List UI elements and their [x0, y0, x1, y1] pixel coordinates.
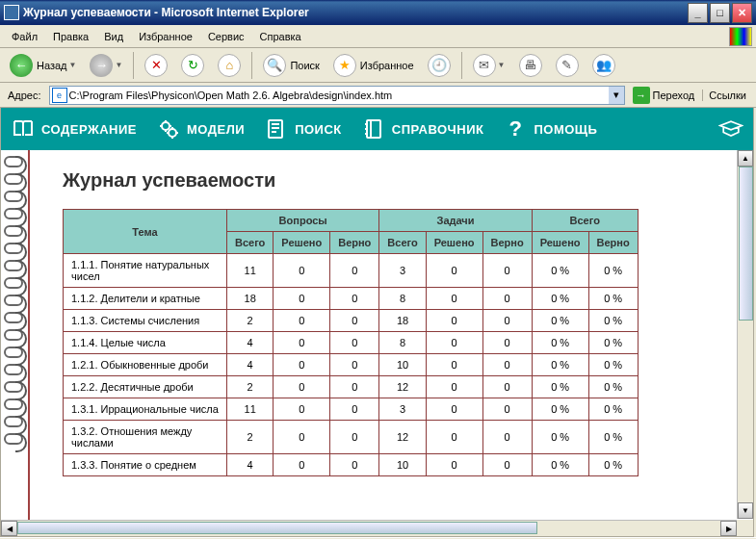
- cell-q-correct: 0: [330, 421, 379, 454]
- scroll-down-button[interactable]: ▼: [738, 502, 753, 519]
- go-icon: →: [633, 87, 650, 104]
- scroll-left-button[interactable]: ◀: [1, 521, 17, 536]
- nav-contents[interactable]: СОДЕРЖАНИЕ: [11, 116, 137, 141]
- cell-q-solved: 0: [274, 354, 330, 376]
- stop-button[interactable]: ✕: [139, 50, 173, 81]
- print-icon: 🖶: [519, 54, 542, 77]
- scroll-track[interactable]: [17, 521, 720, 536]
- cell-t-correct: 0: [482, 354, 532, 376]
- nav-search[interactable]: ПОИСК: [264, 116, 342, 141]
- page-heading: Журнал успеваемости: [63, 169, 753, 192]
- nav-reference-label: СПРАВОЧНИК: [392, 122, 484, 137]
- cell-q-correct: 0: [330, 398, 379, 421]
- refresh-button[interactable]: ↻: [175, 50, 210, 81]
- search-button[interactable]: 🔍 Поиск: [257, 50, 325, 81]
- edit-button[interactable]: ✎: [550, 50, 585, 81]
- cell-q-solved: 0: [274, 454, 330, 476]
- nav-help-label: ПОМОЩЬ: [534, 122, 597, 137]
- question-icon: ?: [503, 116, 528, 141]
- links-label[interactable]: Ссылки: [702, 90, 752, 101]
- scroll-thumb-h[interactable]: [17, 522, 537, 534]
- history-button[interactable]: 🕘: [422, 50, 456, 81]
- scroll-right-button[interactable]: ▶: [720, 521, 737, 536]
- menu-edit[interactable]: Правка: [45, 29, 96, 44]
- col-t-all: Всего: [379, 232, 426, 254]
- svg-point-0: [162, 122, 169, 130]
- horizontal-scrollbar[interactable]: ◀ ▶: [1, 520, 737, 536]
- cell-tot-correct: 0 %: [588, 421, 638, 454]
- address-dropdown-icon[interactable]: ▾: [609, 87, 624, 104]
- back-button[interactable]: ← Назад ▼: [4, 50, 82, 81]
- cell-t-solved: 0: [426, 454, 482, 476]
- menu-view[interactable]: Вид: [96, 29, 131, 44]
- cell-q-correct: 0: [330, 454, 379, 476]
- cell-tot-correct: 0 %: [588, 254, 638, 288]
- col-total: Всего: [532, 210, 638, 232]
- cell-t-solved: 0: [426, 354, 482, 376]
- col-tasks: Задачи: [379, 210, 532, 232]
- favorites-button[interactable]: ★ Избранное: [327, 50, 420, 81]
- cell-t-all: 3: [379, 254, 426, 288]
- minimize-button[interactable]: _: [688, 3, 708, 23]
- mail-button[interactable]: ✉▼: [467, 50, 511, 81]
- window-title: Журнал успеваемости - Microsoft Internet…: [23, 6, 686, 19]
- cell-t-all: 12: [379, 376, 426, 398]
- cell-t-correct: 0: [482, 376, 532, 398]
- cell-q-correct: 0: [330, 310, 379, 332]
- page-body: Журнал успеваемости Тема Вопросы Задачи …: [30, 150, 753, 536]
- menu-bar: Файл Правка Вид Избранное Сервис Справка: [0, 25, 756, 48]
- cell-t-solved: 0: [426, 332, 482, 354]
- cell-t-solved: 0: [426, 398, 482, 421]
- cell-q-all: 11: [227, 398, 274, 421]
- history-icon: 🕘: [428, 54, 451, 77]
- cell-q-all: 11: [227, 254, 274, 288]
- cell-t-solved: 0: [426, 376, 482, 398]
- cell-t-all: 18: [379, 310, 426, 332]
- notebook-icon: [361, 116, 386, 141]
- nav-logo[interactable]: [718, 116, 743, 141]
- table-row: 1.2.1. Обыкновенные дроби40010000 %0 %: [64, 354, 639, 376]
- menu-help[interactable]: Справка: [252, 29, 309, 44]
- app-toolbar: СОДЕРЖАНИЕ МОДЕЛИ ПОИСК СПРАВОЧНИК ? ПОМ…: [1, 108, 753, 150]
- cell-q-all: 2: [227, 376, 274, 398]
- messenger-button[interactable]: 👥: [587, 50, 621, 81]
- cell-q-all: 18: [227, 288, 274, 310]
- cell-tot-solved: 0 %: [532, 376, 588, 398]
- cell-tot-correct: 0 %: [588, 310, 638, 332]
- close-button[interactable]: ✕: [732, 3, 752, 23]
- nav-reference[interactable]: СПРАВОЧНИК: [361, 116, 484, 141]
- home-button[interactable]: ⌂: [212, 50, 247, 81]
- menu-file[interactable]: Файл: [4, 29, 45, 44]
- address-input[interactable]: [69, 90, 609, 101]
- cell-t-correct: 0: [482, 254, 532, 288]
- maximize-button[interactable]: □: [710, 3, 730, 23]
- cell-t-correct: 0: [482, 421, 532, 454]
- forward-button[interactable]: → ▼: [84, 50, 128, 81]
- scroll-thumb[interactable]: [739, 167, 753, 321]
- cell-q-solved: 0: [274, 310, 330, 332]
- cell-t-all: 3: [379, 398, 426, 421]
- page-search-icon: [264, 116, 289, 141]
- menu-favorites[interactable]: Избранное: [131, 29, 200, 44]
- toolbar-separator: [251, 52, 252, 79]
- col-t-correct: Верно: [482, 232, 532, 254]
- svg-point-1: [169, 129, 176, 137]
- home-icon: ⌂: [218, 54, 241, 77]
- browser-toolbar: ← Назад ▼ → ▼ ✕ ↻ ⌂ 🔍 Поиск ★ Избранное …: [0, 48, 756, 83]
- cell-q-all: 4: [227, 354, 274, 376]
- go-button[interactable]: → Переход: [629, 85, 699, 106]
- table-row: 1.1.1. Понятие натуральных чисел11003000…: [64, 254, 639, 288]
- favorites-label: Избранное: [360, 60, 414, 71]
- nav-models[interactable]: МОДЕЛИ: [156, 116, 245, 141]
- print-button[interactable]: 🖶: [513, 50, 548, 81]
- nav-help[interactable]: ? ПОМОЩЬ: [503, 116, 597, 141]
- col-tot-correct: Верно: [588, 232, 638, 254]
- cell-tot-correct: 0 %: [588, 354, 638, 376]
- menu-tools[interactable]: Сервис: [200, 29, 252, 44]
- page-content: СОДЕРЖАНИЕ МОДЕЛИ ПОИСК СПРАВОЧНИК ? ПОМ…: [1, 108, 753, 536]
- vertical-scrollbar[interactable]: ▲ ▼: [737, 150, 753, 519]
- scroll-up-button[interactable]: ▲: [738, 150, 753, 167]
- toolbar-separator: [133, 52, 134, 79]
- search-label: Поиск: [290, 60, 319, 71]
- cell-tot-correct: 0 %: [588, 332, 638, 354]
